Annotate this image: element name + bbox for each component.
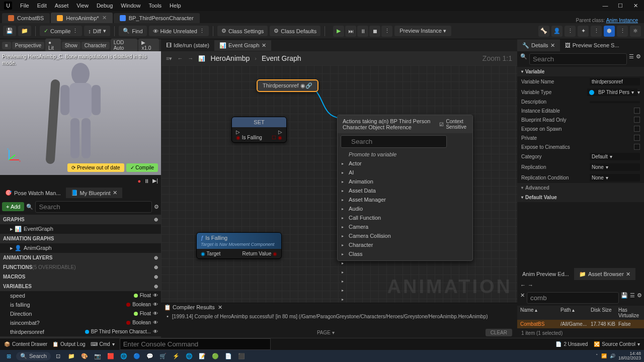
tray-volume-icon[interactable]: 🔊 (610, 353, 615, 358)
details-search-input[interactable] (529, 53, 627, 65)
tray-chevron-icon[interactable]: ˄ (596, 353, 598, 358)
action-menu-category[interactable]: Asset Manager (338, 195, 472, 204)
anim-graph-item[interactable]: ▸ 👤 AnimGraph (0, 243, 161, 253)
taskbar-app-icon[interactable]: 🌐 (118, 351, 129, 361)
find-button[interactable]: 🔍 Find (119, 26, 146, 36)
content-drawer-button[interactable]: 📦 Content Drawer (4, 341, 47, 347)
taskbar-app-icon[interactable]: 💬 (144, 351, 155, 361)
parent-class-link[interactable]: Anim Instance (606, 18, 638, 23)
asset-browser-tab[interactable]: 📁 Asset Browser ✕ (574, 268, 635, 280)
anim-preview-tab[interactable]: Anim Preview Ed... (517, 268, 574, 280)
vp-show[interactable]: Show (62, 42, 80, 49)
doc-tab-combatbs[interactable]: CombatBS (2, 13, 50, 23)
preview-instance-dropdown[interactable]: Preview Instance ▾ (394, 26, 451, 36)
settings-icon[interactable]: ⚙ (637, 292, 642, 304)
settings-icon[interactable]: ⚙ (154, 204, 159, 210)
vp-lod[interactable]: LOD Auto (111, 39, 138, 52)
viewport-compile-button[interactable]: ✓ Compile (126, 163, 158, 172)
action-menu-category[interactable]: Camera Collision (338, 231, 472, 240)
tab-close-icon[interactable]: ✕ (626, 271, 630, 278)
compile-button[interactable]: ✓Compile ⋮ (40, 26, 82, 36)
mode-options1-button[interactable]: ⋮ (565, 26, 576, 37)
variable-name-input[interactable]: thirdpersonref (590, 78, 640, 85)
tab-close-icon[interactable]: ✕ (550, 42, 555, 49)
vp-menu-icon[interactable]: ≡ (2, 42, 11, 49)
step-icon[interactable]: ▶| (152, 177, 158, 184)
expose-cinematics-checkbox[interactable] (634, 144, 640, 150)
my-blueprint-tab[interactable]: 📘 My Blueprint ✕ (66, 188, 122, 198)
pose-watch-tab[interactable]: 🎯 Pose Watch Man... (0, 188, 66, 198)
tab-close-icon[interactable]: ✕ (113, 190, 117, 196)
action-menu-category[interactable]: AI (338, 168, 472, 177)
nav-back-icon[interactable]: ← (520, 282, 526, 288)
add-variable-icon[interactable]: ⊕ (154, 284, 158, 289)
taskbar-app-icon[interactable]: 📝 (197, 351, 208, 361)
taskbar-app-icon[interactable]: 🌐 (184, 351, 195, 361)
macros-section[interactable]: MACROS⊕ (0, 272, 161, 282)
add-graph-icon[interactable]: ⊕ (154, 217, 158, 222)
description-input[interactable] (590, 101, 640, 103)
function-call-node[interactable]: ƒ Is FallingTarget is Nav Movement Compo… (196, 232, 282, 259)
stop-button[interactable]: ⏹ (369, 26, 380, 37)
expose-on-spawn-checkbox[interactable] (634, 126, 640, 132)
breadcrumb-item[interactable]: Event Graph (262, 54, 301, 62)
taskbar-app-icon[interactable]: 📁 (66, 351, 77, 361)
play-options-button[interactable]: ⋮ (381, 26, 392, 37)
variable-item[interactable]: isincombat?Boolean 👁 (0, 318, 161, 327)
variables-section[interactable]: VARIABLES⊕ (0, 282, 161, 291)
graph-tab-idlerun[interactable]: 🎞 Idle/run (state) (161, 40, 214, 50)
console-input[interactable] (120, 338, 271, 350)
tab-close-icon[interactable]: ✕ (102, 15, 107, 21)
private-checkbox[interactable] (634, 135, 640, 141)
vp-lit[interactable]: ● Lit (45, 39, 61, 52)
instance-editable-checkbox[interactable] (634, 108, 640, 114)
taskbar-search[interactable]: 🔍 Search (16, 352, 51, 360)
window-minimize-icon[interactable]: — (601, 3, 610, 9)
preview-scene-tab[interactable]: 🖼 Preview Scene S... (560, 39, 624, 51)
menu-file[interactable]: File (20, 3, 29, 9)
menu-help[interactable]: Help (170, 3, 181, 9)
asset-table-header[interactable]: Name ▴Path ▴Disk SizeHas Virtualize (517, 306, 644, 320)
my-bp-search-input[interactable] (35, 201, 152, 213)
action-menu-category[interactable]: Asset Data (338, 186, 472, 195)
nav-back-icon[interactable]: ← (177, 55, 183, 61)
nav-forward-icon[interactable]: → (528, 282, 533, 288)
action-menu-category[interactable]: Clothing (338, 258, 472, 260)
graph-tab-eventgraph[interactable]: 📊 Event Graph ✕ (214, 40, 271, 51)
taskbar-app-icon[interactable]: ⬛ (236, 351, 247, 361)
mode-blueprint-button[interactable]: ⬢ (604, 26, 615, 37)
taskbar-app-icon[interactable]: 🟥 (105, 351, 116, 361)
doc-tab-heroanimbp[interactable]: HeroAnimbp* ✕ (51, 13, 112, 23)
advanced-section[interactable]: Advanced (517, 183, 644, 193)
hide-unrelated-button[interactable]: 👁 Hide Unrelated ⋮ (149, 26, 209, 36)
default-value-section[interactable]: Default Value (517, 193, 644, 202)
diff-button[interactable]: ↕ Diff ▾ (84, 26, 110, 36)
window-maximize-icon[interactable]: ☐ (616, 3, 625, 9)
save-icon[interactable]: 💾 (621, 292, 628, 304)
menu-tools[interactable]: Tools (148, 3, 162, 9)
cmd-dropdown[interactable]: ⌨ Cmd ▾ (91, 341, 115, 347)
add-layer-icon[interactable]: ⊕ (154, 255, 158, 260)
menu-view[interactable]: View (76, 3, 89, 9)
details-tab[interactable]: 🔧 Details ✕ (517, 39, 560, 51)
category-dropdown[interactable]: Default ▾ (590, 153, 640, 160)
vp-perspective[interactable]: Perspective (12, 42, 44, 49)
promote-to-variable-item[interactable]: Promote to variable (338, 150, 472, 159)
mode-physics-button[interactable]: ⚛ (630, 26, 641, 37)
pause-icon[interactable]: ⏸ (144, 178, 149, 184)
filter-icon[interactable]: ☰ (629, 53, 634, 65)
action-menu-category[interactable]: Call Function (338, 213, 472, 222)
pause-button[interactable]: ⏸ (357, 26, 368, 37)
tray-wifi-icon[interactable]: 📶 (601, 353, 607, 358)
clear-search-icon[interactable]: ✕ (520, 292, 525, 304)
action-menu-category[interactable]: Character (338, 240, 472, 249)
add-button[interactable]: + Add (2, 202, 24, 211)
action-menu-category[interactable]: Audio (338, 204, 472, 213)
task-view-icon[interactable]: ⊡ (53, 351, 64, 361)
taskbar-app-icon[interactable]: 📄 (223, 351, 234, 361)
doc-tab-thirdperson[interactable]: BP_ThirdPersonCharacter (114, 13, 200, 23)
settings-icon[interactable]: ⚙ (636, 53, 641, 65)
anim-layers-section[interactable]: ANIMATION LAYERS⊕ (0, 253, 161, 262)
clock-date[interactable]: 18/02/2023 (618, 356, 641, 360)
blueprint-readonly-checkbox[interactable] (634, 117, 640, 123)
